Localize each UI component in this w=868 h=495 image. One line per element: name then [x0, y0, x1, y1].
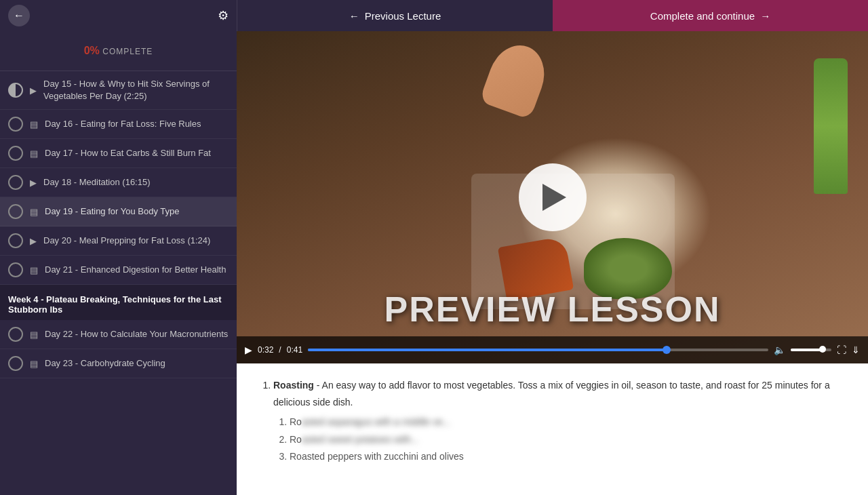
progress-complete-label: COMPLETE: [102, 47, 153, 56]
content-area: PREVIEW LESSON ▶ 0:32 / 0:41 🔈: [237, 31, 868, 495]
sidebar-item-day23[interactable]: ▤ Day 23 - Carbohydrate Cycling: [0, 349, 237, 378]
item-label-day16: Day 16 - Eating for Fat Loss: Five Rules: [45, 118, 201, 130]
download-button[interactable]: ⇓: [852, 344, 860, 355]
sidebar-item-day16[interactable]: ▤ Day 16 - Eating for Fat Loss: Five Rul…: [0, 110, 237, 139]
doc-icon-day19: ▤: [30, 207, 38, 217]
completion-circle-day16[interactable]: [8, 117, 23, 132]
video-player: PREVIEW LESSON ▶ 0:32 / 0:41 🔈: [237, 31, 868, 363]
week4-label: Week 4 - Plateau Breaking, Techniques fo…: [8, 294, 222, 315]
volume-dot: [819, 346, 826, 353]
doc-icon-day22: ▤: [30, 330, 38, 340]
roasting-sub-list: Roasted asparagus with a middle ve... Ro…: [273, 414, 848, 465]
video-icon-day15: ▶: [30, 85, 37, 96]
sidebar-item-day15[interactable]: ▶ Day 15 - How & Why to Hit Six Servings…: [0, 71, 237, 110]
play-pause-button[interactable]: ▶: [245, 344, 252, 355]
arrow-right-icon: →: [760, 10, 770, 22]
list-item-roasting: Roasting - An easy way to add flavor to …: [273, 377, 848, 465]
roasting-description: - An easy way to add flavor to most vege…: [273, 380, 830, 408]
completion-circle-day19[interactable]: [8, 204, 23, 219]
item-label-day17: Day 17 - How to Eat Carbs & Still Burn F…: [45, 147, 211, 159]
video-icon-day18: ▶: [30, 178, 37, 188]
play-triangle-icon: [542, 184, 566, 211]
doc-icon-day21: ▤: [30, 265, 38, 275]
doc-icon-day16: ▤: [30, 119, 38, 130]
prev-lecture-label: Previous Lecture: [365, 10, 441, 22]
progress-dot: [663, 346, 671, 354]
total-time: 0:41: [287, 345, 302, 355]
content-list: Roasting - An easy way to add flavor to …: [257, 377, 848, 465]
roasting-title: Roasting: [273, 380, 314, 391]
content-body: Roasting - An easy way to add flavor to …: [237, 363, 868, 484]
item-label-day23: Day 23 - Carbohydrate Cycling: [45, 357, 165, 370]
preview-lesson-banner: PREVIEW LESSON: [384, 289, 720, 330]
video-progress-bar[interactable]: [308, 349, 768, 351]
doc-icon-day23: ▤: [30, 359, 38, 369]
volume-fill: [791, 349, 823, 351]
sidebar-item-day18[interactable]: ▶ Day 18 - Meditation (16:15): [0, 168, 237, 197]
sub-item-2: Roasted sweet potatoes with...: [290, 431, 848, 448]
week4-section-header: Week 4 - Plateau Breaking, Techniques fo…: [0, 285, 237, 320]
play-button[interactable]: [519, 163, 587, 231]
volume-slider[interactable]: [791, 349, 831, 351]
sidebar-item-day19[interactable]: ▤ Day 19 - Eating for You Body Type: [0, 197, 237, 226]
arrow-left-icon: ←: [349, 10, 359, 22]
item-label-day15: Day 15 - How & Why to Hit Six Servings o…: [43, 78, 229, 102]
time-separator: /: [279, 345, 281, 355]
progress-header: 0% COMPLETE: [0, 31, 237, 71]
sub-item-3: Roasted peppers with zucchini and olives: [290, 448, 848, 465]
oil-bottle: [814, 58, 848, 194]
sidebar-item-day21[interactable]: ▤ Day 21 - Enhanced Digestion for Better…: [0, 256, 237, 285]
completion-circle-day17[interactable]: [8, 146, 23, 161]
progress-bar-fill: [308, 349, 667, 351]
complete-label: Complete and continue: [650, 10, 755, 22]
video-icon-day20: ▶: [30, 236, 37, 246]
back-button[interactable]: ←: [8, 5, 30, 26]
fullscreen-button[interactable]: ⛶: [837, 344, 846, 355]
previous-lecture-button[interactable]: ← Previous Lecture: [237, 0, 553, 31]
item-label-day20: Day 20 - Meal Prepping for Fat Loss (1:2…: [43, 235, 210, 247]
settings-gear-button[interactable]: ⚙: [218, 8, 229, 23]
main-layout: 0% COMPLETE ▶ Day 15 - How & Why to Hit …: [0, 31, 868, 495]
sidebar-nav-bar: ← ⚙: [0, 0, 237, 31]
item-label-day22: Day 22 - How to Calculate Your Macronutr…: [45, 328, 228, 340]
item-label-day19: Day 19 - Eating for You Body Type: [45, 205, 180, 218]
doc-icon-day17: ▤: [30, 148, 38, 159]
progress-percentage: 0%: [84, 45, 100, 56]
complete-and-continue-button[interactable]: Complete and continue →: [553, 0, 868, 31]
video-controls-bar: ▶ 0:32 / 0:41 🔈 ⛶ ⇓: [237, 336, 868, 363]
item-label-day21: Day 21 - Enhanced Digestion for Better H…: [45, 264, 226, 276]
top-navigation: ← ⚙ ← Previous Lecture Complete and cont…: [0, 0, 868, 31]
current-time: 0:32: [258, 345, 273, 355]
volume-button[interactable]: 🔈: [774, 344, 785, 355]
completion-circle-day21[interactable]: [8, 262, 23, 277]
sidebar-item-day22[interactable]: ▤ Day 22 - How to Calculate Your Macronu…: [0, 320, 237, 349]
completion-circle-day22[interactable]: [8, 327, 23, 342]
sidebar-item-day17[interactable]: ▤ Day 17 - How to Eat Carbs & Still Burn…: [0, 139, 237, 168]
course-sidebar: 0% COMPLETE ▶ Day 15 - How & Why to Hit …: [0, 31, 237, 495]
completion-circle-day15[interactable]: [8, 83, 23, 98]
completion-circle-day23[interactable]: [8, 356, 23, 371]
completion-circle-day18[interactable]: [8, 175, 23, 190]
completion-circle-day20[interactable]: [8, 233, 23, 248]
sub-item-1: Roasted asparagus with a middle ve...: [290, 414, 848, 431]
sidebar-item-day20[interactable]: ▶ Day 20 - Meal Prepping for Fat Loss (1…: [0, 226, 237, 256]
item-label-day18: Day 18 - Meditation (16:15): [43, 176, 151, 189]
